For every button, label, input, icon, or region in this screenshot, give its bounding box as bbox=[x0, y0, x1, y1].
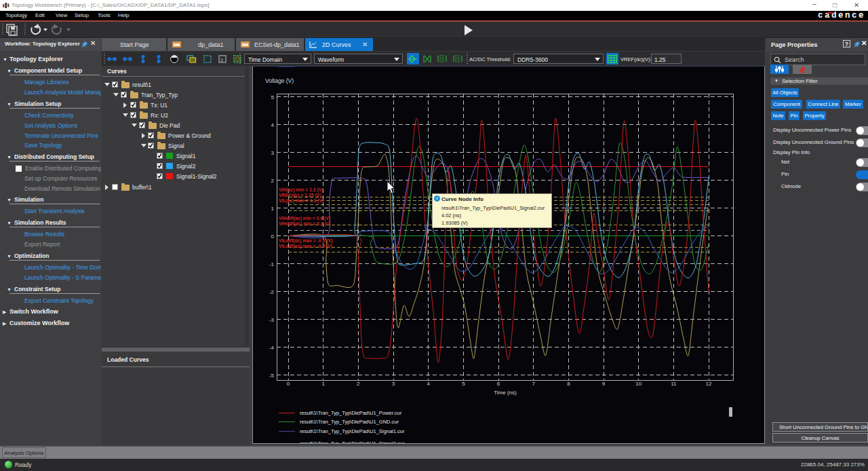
svg-text:[]: [] bbox=[221, 58, 224, 62]
svg-text:5: 5 bbox=[271, 94, 275, 100]
svg-text:-1: -1 bbox=[269, 261, 275, 267]
svg-text:result\1\Tran_Typ_Typ\DiePad\U: result\1\Tran_Typ_Typ\DiePad\U1_Signal2.… bbox=[300, 440, 405, 443]
svg-text:4: 4 bbox=[427, 381, 430, 387]
svg-text:3: 3 bbox=[392, 381, 395, 387]
svg-text:result\1\Tran_Typ_Typ\DiePad\U: result\1\Tran_Typ_Typ\DiePad\U1_GND.cur bbox=[300, 419, 399, 425]
svg-text:1: 1 bbox=[321, 381, 325, 387]
svg-text:result\1\Tran_Typ_Typ\DiePad\U: result\1\Tran_Typ_Typ\DiePad\U1_Power.cu… bbox=[300, 410, 402, 416]
svg-text:10: 10 bbox=[635, 381, 642, 387]
svg-text:0: 0 bbox=[287, 381, 290, 387]
svg-text:4: 4 bbox=[271, 122, 275, 128]
svg-text:0: 0 bbox=[271, 233, 275, 240]
svg-text:Time (ns): Time (ns) bbox=[494, 390, 517, 396]
svg-text:VIHdiff(dc) min = 0.3 (V): VIHdiff(dc) min = 0.3 (V) bbox=[279, 221, 330, 227]
svg-text:3: 3 bbox=[271, 150, 275, 156]
svg-text:1: 1 bbox=[271, 206, 275, 212]
svg-text:7: 7 bbox=[532, 381, 535, 387]
svg-text:VILdiff(ac) max = -0.5 (V): VILdiff(ac) max = -0.5 (V) bbox=[279, 244, 332, 249]
svg-text:result\1\Tran_Typ_Typ\DiePad\U: result\1\Tran_Typ_Typ\DiePad\U1_Signal1.… bbox=[300, 428, 405, 434]
svg-text:9: 9 bbox=[602, 381, 606, 387]
svg-text:VREF(dc) = 1.25 (V): VREF(dc) = 1.25 (V) bbox=[279, 193, 321, 198]
svg-text:5: 5 bbox=[462, 381, 465, 387]
svg-text:2: 2 bbox=[271, 178, 275, 184]
svg-text:-2: -2 bbox=[269, 289, 275, 295]
svg-text:VILdiff(dc) max = -0.3 (V): VILdiff(dc) max = -0.3 (V) bbox=[279, 238, 333, 244]
svg-text:VIL(ac) max = 1.1 (V): VIL(ac) max = 1.1 (V) bbox=[279, 198, 323, 204]
svg-text:11: 11 bbox=[671, 381, 677, 387]
svg-text:Voltage (V): Voltage (V) bbox=[265, 77, 294, 84]
svg-text:8: 8 bbox=[567, 381, 570, 387]
svg-text:12: 12 bbox=[706, 381, 712, 387]
svg-text:VIH(ac) min = 1.3 (V): VIH(ac) min = 1.3 (V) bbox=[279, 187, 323, 193]
svg-text:VIHdiff(ac) min = 0.6 (V): VIHdiff(ac) min = 0.6 (V) bbox=[279, 216, 330, 221]
svg-text:-5: -5 bbox=[269, 373, 275, 379]
svg-text:-3: -3 bbox=[269, 317, 275, 323]
svg-text:6: 6 bbox=[497, 381, 500, 387]
svg-text:2: 2 bbox=[357, 381, 360, 387]
svg-text:-4: -4 bbox=[269, 345, 275, 351]
